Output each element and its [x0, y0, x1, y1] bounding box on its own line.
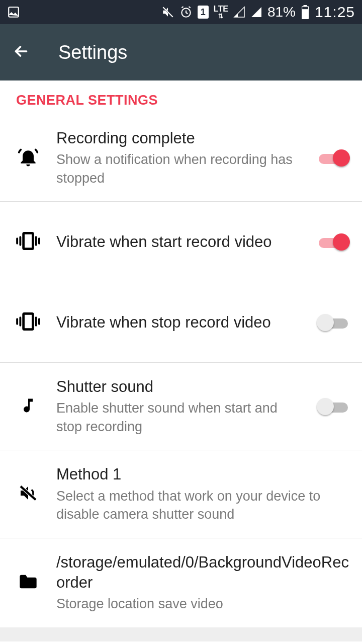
- signal-weak-icon: [233, 6, 245, 18]
- setting-subtitle: Select a method that work on your device…: [56, 487, 350, 524]
- clock-time: 11:25: [315, 4, 355, 21]
- sim-badge: 1: [198, 6, 209, 19]
- setting-vibrate-start[interactable]: Vibrate when start record video: [0, 202, 362, 282]
- toggle-shutter-sound[interactable]: [317, 397, 350, 416]
- battery-icon: [301, 5, 310, 19]
- status-bar: 1 LTE ⇅ 81% 11:25: [0, 0, 362, 24]
- signal-icon: [250, 6, 262, 18]
- section-header-view: VIEW SETTINGS: [0, 641, 362, 644]
- mute-icon: [161, 6, 174, 19]
- general-settings-list: Recording complete Show a notification w…: [0, 114, 362, 627]
- setting-title: Vibrate when start record video: [56, 232, 305, 252]
- battery-percent: 81%: [267, 4, 296, 20]
- back-button[interactable]: [12, 42, 30, 62]
- toggle-vibrate-stop[interactable]: [317, 313, 350, 332]
- bell-ringing-icon: [17, 146, 39, 170]
- setting-shutter-sound[interactable]: Shutter sound Enable shutter sound when …: [0, 363, 362, 450]
- section-gap: [0, 627, 362, 641]
- svg-rect-7: [24, 233, 33, 249]
- setting-shutter-method[interactable]: Method 1 Select a method that work on yo…: [0, 450, 362, 538]
- section-header-general: GENERAL SETTINGS: [0, 80, 362, 114]
- svg-rect-8: [24, 313, 33, 329]
- setting-title: Vibrate when stop record video: [56, 312, 305, 333]
- setting-title: /storage/emulated/0/BackgroundVideoRecor…: [56, 552, 350, 593]
- app-bar: Settings: [0, 24, 362, 80]
- toggle-recording-complete[interactable]: [317, 149, 350, 167]
- setting-subtitle: Enable shutter sound when start and stop…: [56, 399, 305, 436]
- setting-storage-location[interactable]: /storage/emulated/0/BackgroundVideoRecor…: [0, 538, 362, 627]
- svg-rect-5: [303, 5, 307, 7]
- setting-title: Recording complete: [56, 128, 305, 148]
- page-title: Settings: [58, 42, 127, 63]
- toggle-vibrate-start[interactable]: [317, 233, 350, 251]
- music-note-icon: [19, 395, 37, 418]
- image-icon: [7, 6, 20, 19]
- vibration-icon: [16, 311, 41, 334]
- folder-icon: [18, 573, 38, 592]
- setting-subtitle: Storage location save video: [56, 595, 350, 613]
- svg-rect-6: [302, 7, 308, 10]
- alarm-icon: [179, 6, 193, 19]
- setting-subtitle: Show a notification when recording has s…: [56, 150, 305, 187]
- lte-icon: LTE ⇅: [214, 5, 228, 19]
- vibration-icon: [16, 231, 41, 253]
- setting-recording-complete[interactable]: Recording complete Show a notification w…: [0, 114, 362, 202]
- setting-vibrate-stop[interactable]: Vibrate when stop record video: [0, 282, 362, 363]
- settings-content: GENERAL SETTINGS Recording complete Show…: [0, 80, 362, 644]
- volume-off-icon: [18, 483, 38, 505]
- setting-title: Method 1: [56, 464, 350, 485]
- setting-title: Shutter sound: [56, 377, 305, 397]
